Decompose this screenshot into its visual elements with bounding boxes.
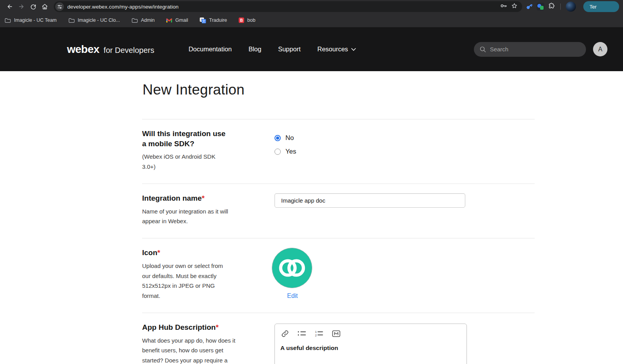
- chevron-down-icon: [351, 48, 356, 51]
- site-info-button[interactable]: [55, 2, 64, 11]
- nav-resources[interactable]: Resources: [317, 46, 356, 53]
- icon-subtitle: Upload your own or select from our defau…: [142, 261, 229, 301]
- back-arrow-icon: [6, 3, 13, 10]
- logo-suffix-text: for Developers: [104, 46, 154, 55]
- webex-rings-icon: [278, 257, 306, 278]
- description-text[interactable]: A useful description: [280, 345, 461, 352]
- integration-name-title: Integration name*: [142, 193, 275, 203]
- section-integration-name: Integration name* Name of your integrati…: [142, 184, 535, 238]
- reload-icon: [30, 4, 37, 10]
- bookmark-bob[interactable]: B bob: [239, 18, 255, 23]
- bookmarks-bar: Imagicle - UC Team Imagicle - UC Clo... …: [0, 13, 623, 27]
- bookmark-label: bob: [247, 18, 255, 23]
- bookmark-gmail[interactable]: Gmail: [166, 18, 188, 23]
- bookmark-label: Traduire: [209, 18, 227, 23]
- gmail-icon: [166, 18, 172, 23]
- bookmark-folder-admin[interactable]: Admin: [132, 18, 155, 23]
- letter-b-icon: B: [239, 18, 244, 23]
- nav-documentation[interactable]: Documentation: [188, 46, 232, 53]
- required-asterisk: *: [202, 194, 204, 202]
- section-app-hub-description: App Hub Description* What does your app …: [142, 313, 535, 364]
- insert-link-button[interactable]: [281, 330, 289, 338]
- edit-icon-link[interactable]: Edit: [287, 292, 298, 299]
- radio-option-yes[interactable]: Yes: [275, 148, 535, 156]
- header-search[interactable]: [474, 42, 586, 57]
- folder-icon: [132, 18, 138, 23]
- bookmark-traduire[interactable]: A 文 Traduire: [200, 18, 227, 23]
- url-bar[interactable]: developer.webex.com/my-apps/new/integrat…: [54, 1, 522, 12]
- folder-icon: [5, 18, 11, 23]
- required-asterisk: *: [157, 248, 160, 257]
- radio-no-label: No: [285, 134, 294, 142]
- integration-name-subtitle: Name of your integration as it will appe…: [142, 206, 240, 227]
- integration-name-input[interactable]: [275, 193, 465, 208]
- password-manager-icon[interactable]: [500, 3, 507, 10]
- bookmark-folder-imagicle-uc-team[interactable]: Imagicle - UC Team: [5, 18, 57, 23]
- search-icon: [480, 46, 486, 53]
- nav-blog[interactable]: Blog: [248, 46, 261, 53]
- icon-title: Icon*: [142, 248, 275, 258]
- page-title: New Integration: [143, 82, 535, 98]
- bookmark-label: Gmail: [175, 18, 188, 23]
- extension-key-icon[interactable]: [524, 1, 535, 12]
- webex-logo[interactable]: webex for Developers: [67, 43, 154, 56]
- description-editor[interactable]: 12 A useful description: [275, 324, 467, 364]
- bookmark-label: Imagicle - UC Clo...: [78, 18, 120, 23]
- numbered-list-button[interactable]: 12: [315, 330, 323, 337]
- browser-profile-avatar[interactable]: [566, 2, 576, 12]
- bullet-list-button[interactable]: [298, 330, 306, 337]
- search-input[interactable]: [490, 46, 580, 52]
- bookmark-label: Imagicle - UC Team: [14, 18, 57, 23]
- radio-option-no[interactable]: No: [275, 134, 535, 142]
- back-button[interactable]: [4, 1, 16, 12]
- bookmark-folder-imagicle-uc-cloud[interactable]: Imagicle - UC Clo...: [69, 18, 120, 23]
- section-mobile-sdk: Will this integration use a mobile SDK? …: [142, 119, 535, 184]
- home-button[interactable]: [39, 1, 51, 12]
- extension-app-icon[interactable]: [537, 3, 544, 10]
- folder-icon: [69, 18, 75, 23]
- nav-support[interactable]: Support: [278, 46, 301, 53]
- home-icon: [41, 3, 48, 10]
- browser-toolbar: developer.webex.com/my-apps/new/integrat…: [0, 0, 623, 13]
- bookmark-star-icon[interactable]: [511, 3, 517, 10]
- radio-yes-input[interactable]: [275, 149, 281, 155]
- browser-chrome: developer.webex.com/my-apps/new/integrat…: [0, 0, 623, 27]
- main-nav: Documentation Blog Support Resources: [188, 46, 356, 53]
- browser-profile-pill[interactable]: Ter: [583, 1, 619, 12]
- svg-text:2: 2: [315, 334, 317, 337]
- site-settings-icon: [57, 5, 62, 9]
- markdown-button[interactable]: [332, 330, 340, 337]
- editor-toolbar: 12: [280, 330, 461, 338]
- description-title: App Hub Description*: [142, 322, 275, 332]
- extensions-puzzle-icon[interactable]: [548, 2, 555, 11]
- forward-arrow-icon: [18, 3, 25, 10]
- radio-no-input[interactable]: [275, 135, 281, 141]
- site-header: webex for Developers Documentation Blog …: [0, 27, 623, 71]
- required-asterisk: *: [216, 323, 218, 331]
- translate-icon: A 文: [200, 18, 206, 23]
- sdk-question-title: Will this integration use a mobile SDK?: [142, 129, 231, 149]
- app-icon-preview[interactable]: [272, 248, 312, 288]
- forward-button[interactable]: [16, 1, 27, 12]
- section-icon: Icon* Upload your own or select from our…: [142, 238, 535, 313]
- new-integration-page: New Integration Will this integration us…: [142, 82, 535, 364]
- toolbar-separator: [560, 4, 561, 10]
- sdk-question-subtitle: (Webex iOS or Android SDK 3.0+): [142, 152, 222, 172]
- reload-button[interactable]: [27, 1, 39, 12]
- nav-resources-label: Resources: [317, 46, 348, 53]
- radio-yes-label: Yes: [285, 148, 296, 156]
- bookmark-label: Admin: [141, 18, 155, 23]
- description-subtitle: What does your app do, how does it benef…: [142, 336, 236, 364]
- account-avatar[interactable]: A: [593, 42, 607, 56]
- sdk-radio-group: No Yes: [275, 134, 535, 172]
- logo-text: webex: [67, 43, 99, 56]
- url-text[interactable]: developer.webex.com/my-apps/new/integrat…: [67, 4, 500, 10]
